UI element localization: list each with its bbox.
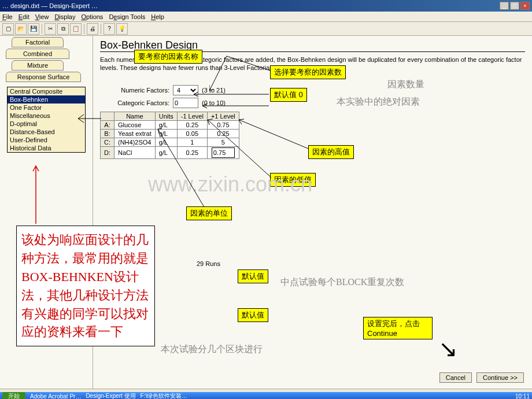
menu-edit[interactable]: Edit (19, 13, 29, 20)
design-item[interactable]: D-optimal (8, 120, 85, 128)
cell-high-edit[interactable] (212, 147, 235, 158)
taskbar-app[interactable]: Adobe Acrobat Pr… (30, 393, 81, 400)
big-arrow-icon: ↘ (438, 335, 458, 362)
window-title: … design.dxt — Design-Expert … (2, 2, 500, 9)
separator (101, 24, 101, 34)
maximize-button[interactable]: □ (510, 2, 519, 10)
cell-units[interactable]: g/L (155, 129, 177, 138)
design-item[interactable]: Historical Data (8, 144, 85, 152)
table-row: A: Glucose g/L 0.25 0.75 (101, 120, 239, 129)
cell-low[interactable]: 1 (177, 138, 207, 146)
cell-high[interactable]: 0.75 (207, 120, 239, 129)
tip-icon[interactable]: 💡 (116, 23, 128, 35)
design-list[interactable]: Central Composite Box-Behnken One Factor… (7, 87, 86, 153)
tab-stack: Factorial Combined Mixture Response Surf… (0, 37, 93, 82)
gray-midpoint: 中点试验每个BLOCK重复次数 (280, 276, 404, 289)
cell-units[interactable]: g/L (155, 138, 177, 146)
copy-icon[interactable]: ⧉ (57, 23, 69, 35)
categoric-label: Categoric Factors: (100, 99, 169, 106)
cell-low[interactable]: 0.25 (177, 120, 207, 129)
minimize-button[interactable]: _ (500, 2, 509, 10)
red-explanation: 该处为响应面设计的几种方法，最常用的就是BOX-BEHNKEN设计法，其他几种设… (16, 226, 155, 346)
new-icon[interactable]: ▢ (2, 23, 14, 35)
row-head: C: (101, 138, 114, 146)
grid-header-row: Name Units -1 Level +1 Level (101, 112, 239, 120)
close-button[interactable]: × (520, 2, 530, 10)
numeric-label: Numeric Factors: (100, 87, 169, 94)
separator (84, 24, 84, 34)
row-head: D: (101, 146, 114, 158)
open-icon[interactable]: 📂 (15, 23, 27, 35)
cell-low[interactable]: 0.05 (177, 129, 207, 138)
categoric-row: Categoric Factors: (0 to 10) (100, 98, 525, 108)
cell-name[interactable]: Glucose (114, 120, 156, 129)
cell-high[interactable]: 0.25 (207, 129, 239, 138)
row-head: B: (101, 129, 114, 138)
titlebar: … design.dxt — Design-Expert … _ □ × (0, 0, 532, 12)
callout-select: 选择要考察的因素数 (270, 65, 346, 79)
callout-default0: 默认值 0 (270, 88, 307, 102)
separator (42, 24, 42, 34)
taskbar-app[interactable]: Design-Expert 使用 (86, 392, 135, 399)
print-icon[interactable]: 🖨 (87, 23, 98, 35)
continue-button[interactable]: Continue >> (476, 372, 524, 383)
paste-icon[interactable]: 📋 (70, 23, 82, 35)
start-button[interactable]: 开始 (2, 392, 25, 399)
tab-combined[interactable]: Combined (6, 49, 69, 59)
cell-high[interactable]: 5 (207, 138, 239, 146)
menu-help[interactable]: Help (151, 13, 164, 20)
gray-factor-count: 因素数量 (387, 79, 424, 91)
grid-header (101, 112, 114, 120)
callout-unit: 因素的单位 (186, 206, 232, 220)
design-item[interactable]: User-Defined (8, 136, 85, 144)
tab-response-surface[interactable]: Response Surface (6, 72, 81, 82)
tab-mixture[interactable]: Mixture (12, 60, 64, 71)
menubar: File Edit View Display Options Design To… (0, 12, 532, 22)
design-item[interactable]: Miscellaneous (8, 112, 85, 120)
taskbar: 开始 Adobe Acrobat Pr… Design-Expert 使用 F:… (0, 392, 532, 399)
tab-factorial[interactable]: Factorial (12, 37, 64, 47)
numeric-factors-select[interactable]: 4 (173, 85, 198, 95)
menu-view[interactable]: View (35, 13, 49, 20)
toolbar: ▢ 📂 💾 ✂ ⧉ 📋 🖨 ? 💡 (0, 22, 532, 36)
cell-units[interactable]: g/L (155, 120, 177, 129)
save-icon[interactable]: 💾 (28, 23, 39, 35)
help-icon[interactable]: ? (104, 23, 115, 35)
cell-units[interactable]: g/L (155, 146, 177, 158)
button-row: Cancel Continue >> (439, 372, 524, 383)
grid-header: +1 Level (207, 112, 239, 120)
cell-name[interactable]: NaCl (114, 146, 156, 158)
factor-grid: Name Units -1 Level +1 Level A: Glucose … (100, 112, 239, 159)
grid-header: -1 Level (177, 112, 207, 120)
menu-design-tools[interactable]: Design Tools (109, 13, 145, 20)
callout-continue: 设置完后，点击Continue (363, 317, 433, 339)
categoric-factors-input[interactable] (173, 98, 198, 108)
callout-def2: 默认值 (238, 308, 268, 322)
menu-display[interactable]: Display (54, 13, 75, 20)
grid-header: Name (114, 112, 156, 120)
cancel-button[interactable]: Cancel (439, 372, 472, 383)
numeric-hint: (3 to 21) (202, 87, 226, 94)
table-row: D: NaCl g/L 0.25 (101, 146, 239, 158)
table-row: B: Yeast extrat g/L 0.05 0.25 (101, 129, 239, 138)
callout-name: 要考察的因素名称 (134, 50, 202, 64)
cut-icon[interactable]: ✂ (45, 23, 56, 35)
taskbar-app[interactable]: F:\绿色软件安装… (141, 392, 188, 399)
design-item[interactable]: Central Composite (8, 87, 85, 95)
design-item[interactable]: Distance-Based (8, 128, 85, 136)
row-head: A: (101, 120, 114, 129)
taskbar-clock: 10:11 (515, 393, 530, 400)
cell-name[interactable]: (NH4)2SO4 (114, 138, 156, 146)
main-pane: Box-Behnken Design Each numeric factor i… (93, 36, 532, 389)
table-row: C: (NH4)2SO4 g/L 1 5 (101, 138, 239, 146)
categoric-hint: (0 to 10) (202, 99, 226, 106)
cell-name[interactable]: Yeast extrat (114, 129, 156, 138)
design-item-selected[interactable]: Box-Behnken (8, 95, 85, 104)
menu-file[interactable]: File (2, 13, 13, 20)
numeric-row: Numeric Factors: 4 (3 to 21) (100, 85, 525, 95)
menu-options[interactable]: Options (81, 13, 103, 20)
grid-header: Units (155, 112, 177, 120)
gray-abs-factor: 本实验中的绝对因素 (337, 96, 420, 108)
design-item[interactable]: One Factor (8, 104, 85, 112)
cell-low[interactable]: 0.25 (177, 146, 207, 158)
